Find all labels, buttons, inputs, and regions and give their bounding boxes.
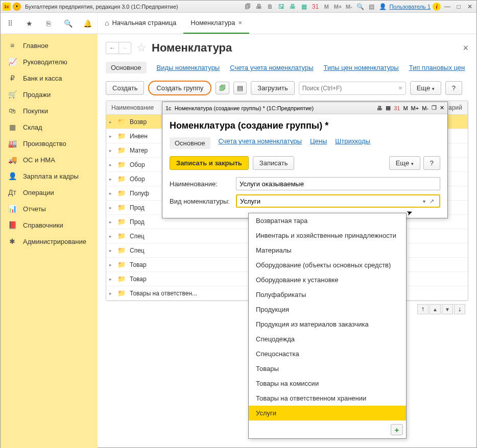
- print-icon[interactable]: 🖶: [254, 2, 264, 11]
- sidebar-item-Банк и касса[interactable]: ₽Банк и касса: [1, 70, 98, 86]
- m-minus-button[interactable]: M-: [344, 2, 353, 11]
- type-dropdown-icon[interactable]: ▾: [421, 198, 427, 204]
- create-group-button[interactable]: Создать группу: [148, 81, 211, 95]
- subnav-Основное[interactable]: Основное: [106, 62, 147, 73]
- dropdown-item[interactable]: Оборудование к установке: [249, 272, 406, 287]
- expand-icon[interactable]: ▸: [109, 248, 114, 253]
- load-button[interactable]: Загрузить: [251, 81, 294, 95]
- calculator-icon[interactable]: ▤: [367, 2, 376, 11]
- sidebar-item-Отчеты[interactable]: 📊Отчеты: [1, 201, 98, 217]
- goto-top-button[interactable]: ⤒: [417, 304, 428, 314]
- sidebar-item-Справочники[interactable]: 📕Справочники: [1, 217, 98, 233]
- subnav-Счета учета номенклатуры[interactable]: Счета учета номенклатуры: [230, 64, 313, 71]
- expand-icon[interactable]: ▸: [109, 234, 114, 239]
- expand-icon[interactable]: ▸: [109, 134, 114, 139]
- expand-icon[interactable]: ▸: [109, 177, 114, 182]
- expand-icon[interactable]: ▸: [109, 148, 114, 153]
- expand-icon[interactable]: ▸: [109, 291, 114, 296]
- name-field-wrap[interactable]: [236, 177, 440, 190]
- close-button[interactable]: ✕: [465, 3, 474, 11]
- sidebar-item-Производство[interactable]: 🏭Производство: [1, 135, 98, 152]
- dropdown-item[interactable]: Возвратная тара: [249, 213, 406, 228]
- expand-icon[interactable]: ▸: [109, 262, 114, 267]
- dropdown-item[interactable]: Товары на ответственном хранении: [249, 391, 406, 406]
- expand-icon[interactable]: ▸: [109, 162, 114, 167]
- sidebar-item-Продажи[interactable]: 🛒Продажи: [1, 86, 98, 103]
- sidebar-item-ОС и НМА[interactable]: 🚚ОС и НМА: [1, 152, 98, 168]
- name-field[interactable]: [240, 180, 437, 188]
- modal-close-button[interactable]: ✕: [440, 105, 444, 111]
- search-input[interactable]: [302, 85, 398, 92]
- dropdown-item[interactable]: Продукция: [249, 302, 406, 317]
- minimize-button[interactable]: —: [443, 3, 452, 11]
- modal-subnav-Цены[interactable]: Цены: [310, 137, 327, 149]
- modal-subnav-Основное[interactable]: Основное: [170, 137, 210, 149]
- expand-icon[interactable]: ▸: [109, 219, 114, 225]
- tab-Номенклатура[interactable]: Номенклатура×: [183, 13, 249, 34]
- sidebar-item-Администрирование[interactable]: ✱Администрирование: [1, 233, 98, 250]
- save-button[interactable]: Записать: [253, 156, 295, 170]
- m-button[interactable]: M: [322, 2, 331, 11]
- expand-icon[interactable]: ▸: [109, 205, 114, 210]
- user-link[interactable]: Пользователь 1: [389, 4, 431, 10]
- print2-icon[interactable]: 🖶: [288, 2, 297, 11]
- favorite-star-icon[interactable]: ☆: [136, 41, 147, 55]
- subnav-Типы цен номенклатуры[interactable]: Типы цен номенклатуры: [324, 64, 399, 71]
- modal-restore-button[interactable]: ❐: [432, 105, 437, 111]
- save-icon[interactable]: 🖫: [277, 2, 286, 11]
- sidebar-item-Операции[interactable]: ДтОперации: [1, 184, 98, 201]
- dropdown-add-button[interactable]: +: [391, 424, 403, 435]
- notifications-icon[interactable]: 🔔: [82, 18, 92, 29]
- expand-icon[interactable]: ▸: [109, 191, 114, 196]
- dropdown-item[interactable]: Инвентарь и хозяйственные принадлежности: [249, 228, 406, 243]
- dropdown-item[interactable]: Спецоснастка: [249, 346, 406, 361]
- search-box[interactable]: ×: [299, 82, 406, 95]
- compare-icon[interactable]: 🗎: [266, 2, 275, 11]
- sidebar-item-Склад[interactable]: ▦Склад: [1, 119, 98, 135]
- dropdown-item[interactable]: Полуфабрикаты: [249, 287, 406, 302]
- close-page-button[interactable]: ×: [463, 43, 468, 54]
- calendar31-icon[interactable]: 31: [311, 2, 320, 11]
- modal-mminus-button[interactable]: M-: [422, 105, 428, 111]
- forward-button[interactable]: →: [118, 42, 131, 54]
- sidebar-item-Покупки[interactable]: 🛍Покупки: [1, 103, 98, 119]
- sidebar-item-Зарплата и кадры[interactable]: 👤Зарплата и кадры: [1, 168, 98, 184]
- search-clear-icon[interactable]: ×: [398, 84, 402, 92]
- subnav-Виды номенклатуры[interactable]: Виды номенклатуры: [157, 64, 220, 71]
- modal-calendar-icon[interactable]: ▦: [386, 105, 391, 111]
- expand-icon[interactable]: ▸: [109, 119, 114, 125]
- save-and-close-button[interactable]: Записать и закрыть: [170, 156, 249, 170]
- modal-cal31-icon[interactable]: 31: [394, 105, 400, 111]
- dropdown-item[interactable]: Услуги: [249, 406, 406, 420]
- sidebar-item-Главное[interactable]: ≡Главное: [1, 37, 98, 54]
- calendar-icon[interactable]: ▦: [299, 2, 308, 11]
- copy-button[interactable]: 🗐: [216, 82, 229, 94]
- back-button[interactable]: ←: [106, 42, 118, 54]
- modal-subnav-Штрихкоды[interactable]: Штрихкоды: [335, 137, 370, 149]
- favorites-icon[interactable]: ★: [25, 18, 35, 29]
- modal-print-icon[interactable]: 🖶: [377, 105, 383, 111]
- scroll-down-button[interactable]: ▼: [442, 304, 453, 314]
- modal-mplus-button[interactable]: M+: [411, 105, 419, 111]
- info-icon[interactable]: i: [433, 3, 441, 11]
- modal-subnav-Счета учета номенклатуры[interactable]: Счета учета номенклатуры: [219, 137, 302, 149]
- subnav-Тип плановых цен[interactable]: Тип плановых цен: [409, 64, 465, 71]
- dropdown-item[interactable]: Спецодежда: [249, 332, 406, 346]
- type-field[interactable]: [240, 197, 421, 205]
- type-field-wrap[interactable]: ▾ ↗: [236, 194, 440, 208]
- tab-close-icon[interactable]: ×: [238, 19, 243, 27]
- modal-m-button[interactable]: M: [403, 105, 408, 111]
- modal-help-button[interactable]: ?: [423, 156, 440, 170]
- dropdown-item[interactable]: Материалы: [249, 243, 406, 258]
- list-mode-button[interactable]: ▤: [233, 82, 247, 94]
- tab-Начальная страница[interactable]: ⌂Начальная страница: [98, 13, 183, 34]
- history-icon[interactable]: ⎘: [43, 18, 54, 29]
- goto-bottom-button[interactable]: ⤓: [454, 304, 465, 314]
- scroll-up-button[interactable]: ▲: [430, 304, 441, 314]
- m-plus-button[interactable]: M+: [333, 2, 342, 11]
- search-icon[interactable]: 🔍: [63, 18, 73, 29]
- dropdown-item[interactable]: Продукция из материалов заказчика: [249, 317, 406, 332]
- dropdown-item[interactable]: Товары на комиссии: [249, 376, 406, 391]
- type-open-icon[interactable]: ↗: [427, 198, 436, 205]
- print-preview-icon[interactable]: 🗐: [243, 2, 252, 11]
